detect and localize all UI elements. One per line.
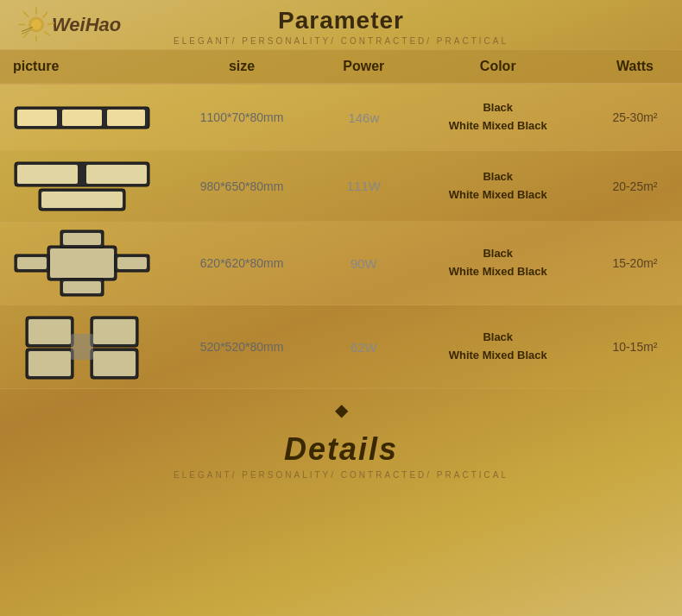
- fixture-image: [7, 158, 157, 214]
- watts-cell: 25-30m²: [588, 84, 682, 151]
- product-image-cell: [0, 305, 164, 389]
- svg-line-3: [44, 31, 50, 35]
- svg-rect-27: [17, 257, 47, 269]
- svg-rect-25: [50, 248, 114, 278]
- svg-rect-39: [28, 351, 71, 376]
- svg-line-2: [47, 22, 54, 24]
- details-section: Details ELEGANT/ PERSONALITY/ CONTRACTED…: [0, 427, 682, 483]
- size-cell: 980*650*80mm: [164, 151, 319, 222]
- logo-text: WeiHao: [52, 14, 121, 36]
- svg-rect-21: [86, 165, 147, 184]
- size-cell: 1100*70*80mm: [164, 84, 319, 151]
- power-cell: 146w: [319, 84, 407, 151]
- svg-point-9: [31, 19, 41, 29]
- header-section: WeiHao Parameter ELEGANT/ PERSONALITY/ C…: [0, 0, 682, 49]
- svg-rect-18: [107, 110, 145, 126]
- svg-rect-16: [17, 110, 57, 126]
- col-header-size: size: [164, 50, 319, 85]
- svg-line-11: [22, 29, 31, 34]
- col-header-watts: Watts: [588, 50, 682, 85]
- power-cell: 90W: [319, 222, 407, 305]
- page-wrapper: WeiHao Parameter ELEGANT/ PERSONALITY/ C…: [0, 0, 682, 616]
- size-cell: 520*520*80mm: [164, 305, 319, 389]
- col-header-power: Power: [319, 50, 407, 85]
- svg-rect-37: [93, 319, 136, 344]
- table-header-row: picture size Power Color Watts: [0, 50, 682, 85]
- color-cell: BlackWhite Mixed Black: [408, 305, 588, 389]
- product-image-cell: [0, 222, 164, 305]
- watts-cell: 20-25m²: [588, 151, 682, 222]
- svg-rect-42: [71, 334, 93, 360]
- svg-rect-41: [93, 351, 136, 376]
- svg-line-1: [43, 11, 47, 17]
- color-value: BlackWhite Mixed Black: [415, 245, 581, 281]
- svg-rect-31: [63, 233, 101, 245]
- fixture-image: [7, 312, 157, 381]
- svg-rect-23: [41, 192, 123, 208]
- diamond-icon: ◆: [335, 399, 348, 420]
- svg-line-7: [23, 11, 28, 16]
- color-cell: BlackWhite Mixed Black: [408, 222, 588, 305]
- color-value: BlackWhite Mixed Black: [415, 329, 581, 365]
- color-value: BlackWhite Mixed Black: [415, 99, 581, 135]
- svg-rect-29: [117, 257, 147, 269]
- details-title: Details: [0, 431, 682, 468]
- svg-rect-20: [17, 165, 78, 184]
- col-header-picture: picture: [0, 50, 164, 85]
- product-image-cell: [0, 84, 164, 151]
- color-value: BlackWhite Mixed Black: [415, 168, 581, 204]
- color-cell: BlackWhite Mixed Black: [408, 151, 588, 222]
- table-row: 520*520*80mm 62W BlackWhite Mixed Black …: [0, 305, 682, 389]
- fixture-image: [7, 229, 157, 298]
- svg-rect-35: [28, 319, 71, 344]
- col-header-color: Color: [408, 50, 588, 85]
- svg-rect-33: [63, 281, 101, 293]
- logo: WeiHao: [17, 5, 121, 44]
- power-cell: 111W: [319, 151, 407, 222]
- color-cell: BlackWhite Mixed Black: [408, 84, 588, 151]
- details-subtitle: ELEGANT/ PERSONALITY/ CONTRACTED/ PRACTI…: [0, 470, 682, 480]
- watts-cell: 10-15m²: [588, 305, 682, 389]
- separator-section: ◆: [0, 389, 682, 427]
- product-image-cell: [0, 151, 164, 222]
- table-row: 980*650*80mm 111W BlackWhite Mixed Black…: [0, 151, 682, 222]
- logo-sun-icon: [17, 5, 56, 44]
- watts-cell: 15-20m²: [588, 222, 682, 305]
- table-row: 1100*70*80mm 146w BlackWhite Mixed Black…: [0, 84, 682, 151]
- power-cell: 62W: [319, 305, 407, 389]
- fixture-image: [7, 91, 157, 143]
- parameter-table: picture size Power Color Watts: [0, 49, 682, 389]
- table-row: 620*620*80mm 90W BlackWhite Mixed Black …: [0, 222, 682, 305]
- svg-rect-17: [62, 110, 102, 126]
- size-cell: 620*620*80mm: [164, 222, 319, 305]
